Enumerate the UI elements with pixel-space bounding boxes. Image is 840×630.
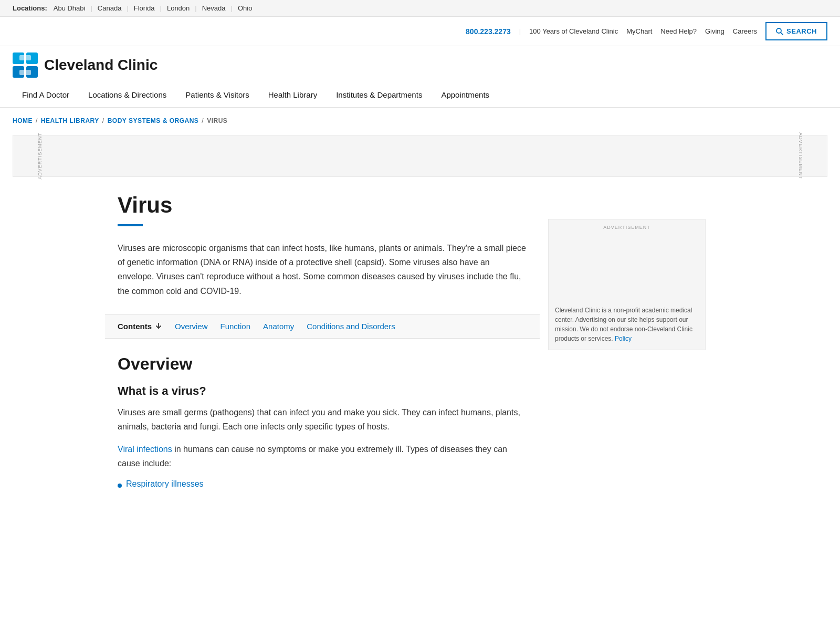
- breadcrumb-health-library[interactable]: HEALTH LIBRARY: [41, 117, 99, 124]
- need-help-link[interactable]: Need Help?: [660, 27, 697, 35]
- location-ohio[interactable]: Ohio: [238, 4, 252, 12]
- sidebar-ad: ADVERTISEMENT Cleveland Clinic is a non-…: [548, 219, 706, 350]
- mychart-link[interactable]: MyChart: [626, 27, 652, 35]
- search-icon: [776, 28, 783, 35]
- svg-line-1: [781, 33, 783, 35]
- main-nav: Find A Doctor Locations & Directions Pat…: [13, 84, 827, 107]
- disease-list: Respiratory illnesses: [118, 479, 527, 489]
- svg-rect-6: [19, 55, 31, 60]
- title-underline: [118, 224, 143, 226]
- nav-appointments[interactable]: Appointments: [432, 84, 499, 107]
- ad-label-left: ADVERTISEMENT: [37, 132, 43, 179]
- toc-anatomy[interactable]: Anatomy: [263, 322, 294, 331]
- list-item: Respiratory illnesses: [118, 479, 527, 489]
- page-title: Virus: [118, 193, 527, 218]
- ad-label-right: ADVERTISEMENT: [797, 132, 803, 179]
- toc-overview[interactable]: Overview: [175, 322, 208, 331]
- svg-rect-7: [19, 70, 31, 75]
- policy-link[interactable]: Policy: [615, 335, 632, 342]
- sidebar: ADVERTISEMENT Cleveland Clinic is a non-…: [548, 187, 706, 491]
- location-nevada[interactable]: Nevada: [202, 4, 226, 12]
- viral-infections-link[interactable]: Viral infections: [118, 445, 172, 454]
- logo-text[interactable]: Cleveland Clinic: [44, 57, 158, 74]
- utility-bar: 800.223.2273 | 100 Years of Cleveland Cl…: [0, 17, 840, 46]
- sidebar-ad-label: ADVERTISEMENT: [603, 225, 650, 230]
- cleveland-clinic-logo-icon: [13, 52, 38, 78]
- what-is-virus-text: Viruses are small germs (pathogens) that…: [118, 405, 527, 434]
- phone-number[interactable]: 800.223.2273: [466, 27, 511, 36]
- search-button[interactable]: SEARCH: [765, 22, 827, 40]
- nav-health-library[interactable]: Health Library: [259, 84, 327, 107]
- location-florida[interactable]: Florida: [134, 4, 155, 12]
- intro-text: Viruses are microscopic organisms that c…: [118, 241, 527, 298]
- toc-label: Contents: [118, 322, 162, 331]
- breadcrumb-area: HOME / HEALTH LIBRARY / BODY SYSTEMS & O…: [0, 108, 840, 130]
- breadcrumb-body-systems[interactable]: BODY SYSTEMS & ORGANS: [108, 117, 199, 124]
- sidebar-ad-text: Cleveland Clinic is a non-profit academi…: [555, 243, 699, 343]
- locations-bar: Locations: Abu Dhabi | Canada | Florida …: [0, 0, 840, 17]
- toc-function[interactable]: Function: [220, 322, 251, 331]
- page-layout: Virus Viruses are microscopic organisms …: [105, 187, 735, 491]
- ad-banner: ADVERTISEMENT ADVERTISEMENT: [13, 135, 827, 177]
- header: Cleveland Clinic Find A Doctor Locations…: [0, 46, 840, 108]
- locations-label: Locations:: [13, 4, 47, 12]
- giving-link[interactable]: Giving: [705, 27, 724, 35]
- careers-link[interactable]: Careers: [733, 27, 757, 35]
- location-abu-dhabi[interactable]: Abu Dhabi: [54, 4, 86, 12]
- breadcrumb-home[interactable]: HOME: [13, 117, 33, 124]
- respiratory-illnesses-link[interactable]: Respiratory illnesses: [126, 479, 204, 489]
- viral-infections-text: Viral infections in humans can cause no …: [118, 442, 527, 470]
- overview-section: Overview What is a virus? Viruses are sm…: [118, 354, 527, 489]
- main-content: Virus Viruses are microscopic organisms …: [118, 187, 548, 491]
- logo-area: Cleveland Clinic: [13, 52, 827, 78]
- breadcrumb: HOME / HEALTH LIBRARY / BODY SYSTEMS & O…: [13, 117, 827, 124]
- overview-title: Overview: [118, 354, 527, 374]
- what-is-virus-title: What is a virus?: [118, 384, 527, 398]
- breadcrumb-current: VIRUS: [207, 117, 227, 124]
- nav-institutes[interactable]: Institutes & Departments: [327, 84, 432, 107]
- toc-conditions[interactable]: Conditions and Disorders: [307, 322, 395, 331]
- toc-inner: Contents Overview Function Anatomy Condi…: [105, 322, 540, 331]
- location-london[interactable]: London: [167, 4, 190, 12]
- nav-locations[interactable]: Locations & Directions: [79, 84, 176, 107]
- 100-years-link[interactable]: 100 Years of Cleveland Clinic: [529, 27, 618, 35]
- nav-find-doctor[interactable]: Find A Doctor: [13, 84, 79, 107]
- arrow-down-icon: [155, 322, 162, 330]
- location-canada[interactable]: Canada: [98, 4, 122, 12]
- nav-patients[interactable]: Patients & Visitors: [176, 84, 258, 107]
- toc-bar: Contents Overview Function Anatomy Condi…: [105, 314, 540, 339]
